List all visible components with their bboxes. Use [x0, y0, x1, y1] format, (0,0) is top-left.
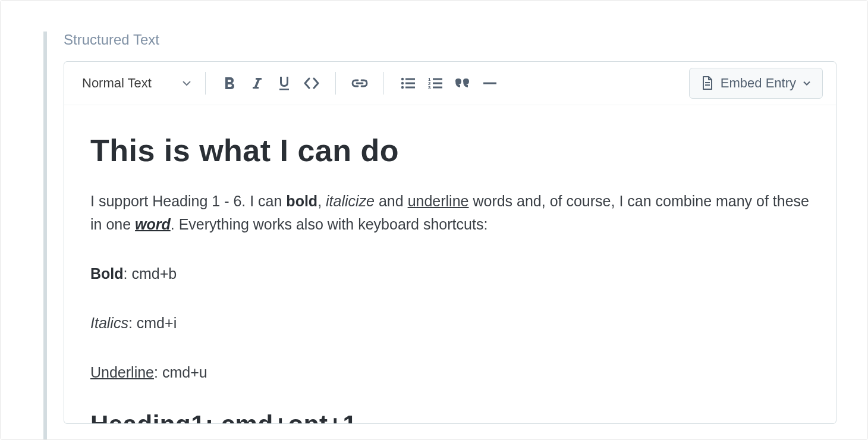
ordered-list-button[interactable]: 123 — [422, 70, 448, 96]
rich-text-editor: Normal Text — [64, 61, 836, 424]
editor-field: Structured Text Normal Text — [64, 32, 867, 439]
field-label: Structured Text — [64, 32, 836, 48]
embed-entry-label: Embed Entry — [721, 76, 796, 91]
underline-icon — [277, 76, 291, 91]
embed-entry-button[interactable]: Embed Entry — [689, 68, 823, 99]
unordered-list-icon — [400, 76, 416, 90]
editor-toolbar: Normal Text — [64, 62, 836, 105]
text-span: : cmd+u — [154, 364, 207, 381]
ordered-list-icon: 123 — [427, 76, 443, 90]
svg-point-2 — [401, 82, 404, 84]
underline-button[interactable] — [271, 70, 297, 96]
editor-content[interactable]: This is what I can do I support Heading … — [64, 105, 836, 423]
link-icon — [351, 76, 368, 90]
shortcut-line-bold: Bold: cmd+b — [90, 262, 810, 285]
svg-rect-5 — [405, 87, 415, 89]
italic-icon — [250, 76, 263, 90]
bold-italic-underline-text: word — [135, 216, 171, 232]
italic-button[interactable] — [244, 70, 270, 96]
shortcut-line-italics: Italics: cmd+i — [90, 312, 810, 335]
blockquote-button[interactable] — [449, 70, 476, 96]
svg-rect-11 — [433, 87, 442, 89]
text-style-label: Normal Text — [82, 76, 152, 91]
shortcut-line-underline: Underline: cmd+u — [90, 361, 810, 384]
link-button[interactable] — [347, 70, 373, 96]
caret-down-icon — [803, 80, 810, 87]
content-heading-cutoff: Heading1: cmd+opt+1 — [90, 410, 810, 423]
text-span: : cmd+i — [128, 315, 177, 331]
italic-text: Italics — [90, 315, 128, 331]
quote-icon — [455, 76, 470, 90]
text-span: I support Heading 1 - 6. I can — [90, 193, 286, 209]
italic-text: italicize — [326, 193, 375, 209]
toolbar-divider — [383, 72, 384, 95]
content-paragraph: I support Heading 1 - 6. I can bold, ita… — [90, 190, 810, 236]
svg-text:3: 3 — [428, 85, 431, 90]
horizontal-rule-button[interactable] — [477, 70, 503, 96]
unordered-list-button[interactable] — [395, 70, 421, 96]
bold-button[interactable] — [216, 70, 243, 96]
horizontal-rule-icon — [482, 76, 498, 90]
svg-point-4 — [401, 86, 404, 89]
text-span: : cmd+b — [124, 265, 177, 282]
text-style-selector[interactable]: Normal Text — [77, 72, 194, 95]
text-span: . Everything works also with keyboard sh… — [171, 216, 488, 232]
code-icon — [303, 76, 320, 90]
text-span: and — [375, 193, 408, 209]
svg-rect-12 — [483, 83, 496, 84]
caret-down-icon — [183, 79, 191, 87]
content-heading-1: This is what I can do — [90, 133, 810, 168]
bold-icon — [223, 76, 236, 90]
code-button[interactable] — [298, 70, 325, 96]
svg-rect-1 — [405, 78, 415, 80]
text-span: , — [317, 193, 326, 209]
bold-text: Bold — [90, 265, 124, 282]
underline-text: Underline — [90, 364, 154, 381]
toolbar-divider — [205, 72, 206, 95]
svg-point-0 — [401, 78, 404, 80]
svg-rect-9 — [433, 83, 442, 84]
toolbar-divider — [335, 72, 336, 95]
field-marker — [43, 32, 47, 439]
bold-text: bold — [286, 193, 317, 209]
document-icon — [702, 76, 713, 90]
svg-rect-3 — [405, 83, 415, 84]
underline-text: underline — [408, 193, 469, 209]
svg-rect-7 — [433, 78, 442, 80]
